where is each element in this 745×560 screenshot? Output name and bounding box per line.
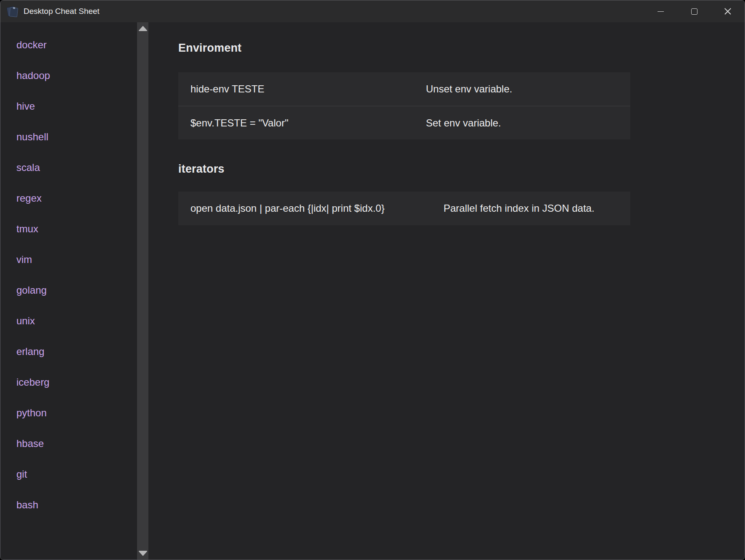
triangle-down-icon <box>139 551 147 556</box>
table-row[interactable]: $env.TESTE = "Valor" Set env variable. <box>178 106 630 139</box>
sidebar-item-erlang[interactable]: erlang <box>0 336 137 367</box>
sidebar-scrollbar[interactable] <box>137 22 148 560</box>
enviroment-table: hide-env TESTE Unset env variable. $env.… <box>178 72 630 139</box>
sidebar-item-tmux[interactable]: tmux <box>0 213 137 244</box>
app-window: Desktop Cheat Sheet docker hadoop hive n… <box>0 0 745 560</box>
window-controls <box>644 0 745 22</box>
scroll-up-button[interactable] <box>138 26 148 32</box>
command-text: hide-env TESTE <box>178 83 426 95</box>
sidebar-item-python[interactable]: python <box>0 397 137 428</box>
sidebar-item-hadoop[interactable]: hadoop <box>0 60 137 91</box>
sidebar-item-bash[interactable]: bash <box>0 489 137 520</box>
app-icon-card-front <box>9 7 18 17</box>
sidebar-item-regex[interactable]: regex <box>0 183 137 213</box>
maximize-icon <box>691 8 697 15</box>
window-title: Desktop Cheat Sheet <box>24 7 100 16</box>
title-bar[interactable]: Desktop Cheat Sheet <box>0 0 745 22</box>
minimize-icon <box>658 11 664 12</box>
description-text: Unset env variable. <box>426 83 512 95</box>
sidebar-item-golang[interactable]: golang <box>0 275 137 305</box>
sidebar-item-vim[interactable]: vim <box>0 244 137 275</box>
iterators-table: open data.json | par-each {|idx| print $… <box>178 192 630 225</box>
sidebar-item-git[interactable]: git <box>0 459 137 489</box>
minimize-button[interactable] <box>644 0 677 22</box>
table-row[interactable]: open data.json | par-each {|idx| print $… <box>178 192 630 225</box>
command-text: open data.json | par-each {|idx| print $… <box>178 202 444 214</box>
section-title-iterators: iterators <box>178 163 745 176</box>
command-text: $env.TESTE = "Valor" <box>178 117 426 129</box>
description-text: Parallel fetch index in JSON data. <box>444 202 594 214</box>
sidebar-item-hive[interactable]: hive <box>0 91 137 121</box>
sidebar-item-scala[interactable]: scala <box>0 152 137 183</box>
app-icon <box>7 6 18 17</box>
scroll-down-button[interactable] <box>138 550 148 556</box>
sidebar-item-hbase[interactable]: hbase <box>0 428 137 459</box>
sidebar-item-unix[interactable]: unix <box>0 305 137 336</box>
description-text: Set env variable. <box>426 117 501 129</box>
table-row[interactable]: hide-env TESTE Unset env variable. <box>178 72 630 106</box>
sidebar-item-nushell[interactable]: nushell <box>0 121 137 152</box>
maximize-button[interactable] <box>677 0 711 22</box>
sidebar-item-docker[interactable]: docker <box>0 29 137 60</box>
close-button[interactable] <box>711 0 745 22</box>
sidebar-item-iceberg[interactable]: iceberg <box>0 367 137 397</box>
close-icon <box>724 8 732 15</box>
triangle-up-icon <box>139 26 147 31</box>
category-sidebar: docker hadoop hive nushell scala regex t… <box>0 22 137 560</box>
app-body: docker hadoop hive nushell scala regex t… <box>0 22 745 560</box>
main-content: Enviroment hide-env TESTE Unset env vari… <box>148 22 745 560</box>
section-title-enviroment: Enviroment <box>178 42 745 55</box>
